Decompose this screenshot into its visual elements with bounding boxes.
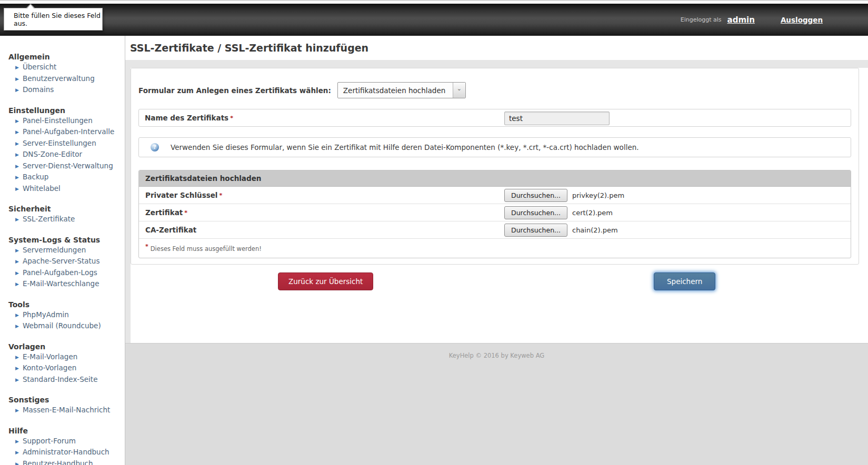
arrow-right-icon: [15, 246, 19, 256]
sidebar-item-label: E-Mail-Warteschlange: [23, 279, 99, 288]
sidebar-group-title: System-Logs & Status: [0, 235, 125, 245]
sidebar-item-label: Servermeldungen: [23, 246, 86, 254]
sidebar-item-label: SSL-Zertifikate: [23, 215, 75, 223]
required-asterisk: *: [145, 243, 148, 250]
sidebar-item-apache-server-status[interactable]: Apache-Server-Status: [0, 256, 125, 268]
sidebar-item-label: Support-Forum: [23, 437, 76, 445]
arrow-right-icon: [15, 85, 19, 96]
sidebar-item-server-einstellungen[interactable]: Server-Einstellungen: [0, 138, 125, 150]
sidebar-item-label: Benutzerverwaltung: [23, 74, 95, 83]
sidebar: Allgemein Übersicht Benutzerverwaltung D…: [0, 36, 125, 465]
private-key-file-input: Durchsuchen... privkey(2).pem: [504, 189, 624, 202]
arrow-right-icon: [15, 184, 19, 195]
sidebar-item-label: Übersicht: [23, 63, 56, 71]
selected-filename: privkey(2).pem: [572, 191, 624, 199]
required-field-note: *Dieses Feld muss ausgefüllt werden!: [139, 239, 851, 258]
arrow-right-icon: [15, 363, 19, 374]
form-type-select[interactable]: Zertifikatsdateien hochladen: [337, 82, 466, 98]
sidebar-item-uebersicht[interactable]: Übersicht: [0, 62, 125, 74]
logout-link[interactable]: Ausloggen: [781, 16, 823, 24]
sidebar-item-webmail[interactable]: Webmail (Roundcube): [0, 321, 125, 332]
sidebar-group-tools: Tools PhpMyAdmin Webmail (Roundcube): [0, 299, 125, 332]
sidebar-item-server-dienst-verwaltung[interactable]: Server-Dienst-Verwaltung: [0, 161, 125, 173]
sidebar-item-label: Panel-Aufgaben-Intervalle: [23, 127, 114, 136]
ca-certificate-label: CA-Zertifikat: [145, 226, 196, 234]
sidebar-item-domains[interactable]: Domains: [0, 85, 125, 96]
sidebar-item-whitelabel[interactable]: Whitelabel: [0, 184, 125, 195]
sidebar-item-email-vorlagen[interactable]: E-Mail-Vorlagen: [0, 352, 125, 363]
sidebar-item-email-warteschlange[interactable]: E-Mail-Warteschlange: [0, 279, 125, 290]
arrow-right-icon: [15, 139, 19, 149]
save-button[interactable]: Speichern: [654, 272, 715, 290]
private-key-label: Privater Schlüssel: [145, 191, 218, 199]
certificate-label: Zertifikat: [145, 208, 183, 217]
required-asterisk: *: [230, 115, 233, 122]
arrow-right-icon: [15, 352, 19, 363]
sidebar-item-dns-zone-editor[interactable]: DNS-Zone-Editor: [0, 149, 125, 161]
arrow-right-icon: [15, 63, 19, 73]
sidebar-item-standard-index-seite[interactable]: Standard-Index-Seite: [0, 375, 125, 386]
sidebar-item-servermeldungen[interactable]: Servermeldungen: [0, 245, 125, 257]
arrow-right-icon: [15, 173, 19, 183]
arrow-right-icon: [15, 127, 19, 138]
sidebar-item-benutzerverwaltung[interactable]: Benutzerverwaltung: [0, 74, 125, 85]
sidebar-item-konto-vorlagen[interactable]: Konto-Vorlagen: [0, 363, 125, 375]
sidebar-item-label: Konto-Vorlagen: [23, 363, 76, 372]
logged-in-as-label: Eingeloggt als: [681, 16, 722, 23]
validation-tooltip: Bitte füllen Sie dieses Feld aus.: [4, 8, 103, 31]
sidebar-group-title: Sonstiges: [0, 395, 125, 405]
sidebar-item-phpmyadmin[interactable]: PhpMyAdmin: [0, 310, 125, 321]
page-title: SSL-Zertifikate / SSL-Zertifikat hinzufü…: [130, 42, 368, 54]
sidebar-item-massen-email-nachricht[interactable]: Massen-E-Mail-Nachricht: [0, 405, 125, 417]
arrow-right-icon: [15, 375, 19, 386]
selected-filename: cert(2).pem: [572, 209, 613, 217]
heading-strip: SSL-Zertifikate / SSL-Zertifikat hinzufü…: [125, 36, 868, 60]
arrow-right-icon: [15, 459, 19, 465]
sidebar-item-ssl-zertifikate[interactable]: SSL-Zertifikate: [0, 214, 125, 226]
sidebar-group-einstellungen: Einstellungen Panel-Einstellungen Panel-…: [0, 105, 125, 195]
required-note-text: Dieses Feld muss ausgefüllt werden!: [151, 245, 262, 252]
arrow-right-icon: [15, 257, 19, 267]
back-to-overview-button[interactable]: Zurück zur Übersicht: [278, 272, 373, 290]
form-type-label: Formular zum Anlegen eines Zertifikats w…: [138, 86, 331, 95]
info-text: Verwenden Sie dieses Formular, wenn Sie …: [171, 143, 639, 151]
sidebar-item-label: PhpMyAdmin: [23, 310, 69, 319]
sidebar-item-label: E-Mail-Vorlagen: [23, 352, 77, 361]
sidebar-item-label: Standard-Index-Seite: [23, 375, 98, 383]
sidebar-item-label: Massen-E-Mail-Nachricht: [23, 406, 110, 414]
sidebar-item-benutzer-handbuch[interactable]: Benutzer-Handbuch: [0, 459, 125, 465]
sidebar-item-support-forum[interactable]: Support-Forum: [0, 436, 125, 448]
certificate-file-input: Durchsuchen... cert(2).pem: [504, 206, 613, 219]
certificate-name-label: Name des Zertifikats: [145, 114, 228, 122]
sidebar-group-sicherheit: Sicherheit SSL-Zertifikate: [0, 204, 125, 226]
sidebar-item-backup[interactable]: Backup: [0, 172, 125, 184]
certificate-row: Zertifikat* Durchsuchen... cert(2).pem: [139, 204, 851, 221]
sidebar-item-label: Apache-Server-Status: [23, 257, 100, 265]
sidebar-item-administrator-handbuch[interactable]: Administrator-Handbuch: [0, 447, 125, 459]
browse-button[interactable]: Durchsuchen...: [504, 224, 567, 237]
copyright-text: KeyHelp © 2016 by Keyweb AG: [449, 352, 544, 359]
sidebar-item-panel-aufgaben-logs[interactable]: Panel-Aufgaben-Logs: [0, 268, 125, 279]
ca-certificate-row: CA-Zertifikat Durchsuchen... chain(2).pe…: [139, 221, 851, 239]
sidebar-item-panel-aufgaben-intervalle[interactable]: Panel-Aufgaben-Intervalle: [0, 127, 125, 138]
sidebar-group-title: Einstellungen: [0, 105, 125, 116]
required-asterisk: *: [220, 192, 223, 199]
sidebar-group-sonstiges: Sonstiges Massen-E-Mail-Nachricht: [0, 395, 125, 417]
username-link[interactable]: admin: [727, 15, 755, 25]
upload-section: Zertifikatsdateien hochladen Privater Sc…: [138, 170, 851, 258]
sidebar-group-vorlagen: Vorlagen E-Mail-Vorlagen Konto-Vorlagen …: [0, 341, 125, 386]
certificate-name-row: Name des Zertifikats*: [138, 109, 851, 127]
sidebar-item-panel-einstellungen[interactable]: Panel-Einstellungen: [0, 116, 125, 127]
sidebar-item-label: DNS-Zone-Editor: [23, 150, 82, 158]
chevron-down-icon[interactable]: [453, 83, 465, 98]
sidebar-group-allgemein: Allgemein Übersicht Benutzerverwaltung D…: [0, 52, 125, 96]
certificate-name-input[interactable]: [504, 112, 610, 125]
heading-divider: [125, 60, 868, 68]
sidebar-item-label: Panel-Aufgaben-Logs: [23, 268, 97, 277]
sidebar-item-label: Domains: [23, 85, 54, 94]
sidebar-item-label: Administrator-Handbuch: [23, 448, 109, 456]
browse-button[interactable]: Durchsuchen...: [504, 189, 567, 202]
arrow-right-icon: [15, 310, 19, 321]
browse-button[interactable]: Durchsuchen...: [504, 206, 567, 219]
sidebar-item-label: Benutzer-Handbuch: [23, 459, 93, 465]
